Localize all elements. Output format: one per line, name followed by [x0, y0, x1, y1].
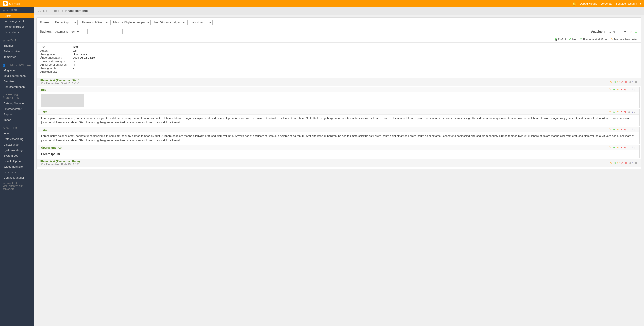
nur-gaesten-select[interactable]: Nur Gästen anzeigen	[152, 20, 186, 25]
add-text2-icon[interactable]: ⊕	[612, 128, 616, 131]
cut-bild-icon[interactable]: ✂	[616, 88, 619, 91]
elementset-end-sub: ### Elementset: Ende ID: 8 ###	[40, 163, 80, 166]
info-headline-icon[interactable]: ℹ	[631, 146, 633, 149]
edit-elementset-start-icon[interactable]: ✎	[609, 80, 613, 84]
sidebar-item-dateiverwaltung[interactable]: Dateiverwaltung	[0, 136, 34, 142]
info-elementset-start-icon[interactable]: ℹ	[632, 80, 634, 84]
sidebar-item-contao-manager[interactable]: Contao Manager	[0, 175, 34, 180]
sidebar-item-logo[interactable]: logo	[0, 131, 34, 136]
delete-elementset-end-icon[interactable]: ✕	[621, 161, 624, 165]
hide-elementset-end-icon[interactable]: ⊘	[628, 161, 631, 165]
cut-headline-icon[interactable]: ✂	[616, 146, 619, 149]
elementtyp-select[interactable]: Elementtyp	[53, 20, 78, 25]
sidebar-item-system-log[interactable]: System-Log	[0, 153, 34, 158]
add-elementset-start-icon[interactable]: ⊕	[613, 80, 616, 84]
search-input[interactable]	[87, 29, 123, 34]
edit-elementset-end-icon[interactable]: ✎	[609, 161, 613, 165]
move-text1-icon[interactable]: ⇄	[634, 110, 637, 114]
sidebar-item-double-opt-in[interactable]: Double Opt-In	[0, 158, 34, 164]
move-elementset-start-icon[interactable]: ⇄	[634, 80, 638, 84]
hide-headline-icon[interactable]: ⊘	[627, 146, 631, 149]
sidebar-item-mitglieder[interactable]: Mitglieder	[0, 68, 34, 73]
info-bild-icon[interactable]: ℹ	[631, 88, 633, 91]
cut-elementset-end-icon[interactable]: ✂	[617, 161, 620, 165]
edit-bild-icon[interactable]: ✎	[609, 88, 612, 91]
info-text2-icon[interactable]: ℹ	[631, 128, 633, 131]
copy-elementset-end-icon[interactable]: ⊗	[624, 161, 628, 165]
sidebar-item-benutzergruppen[interactable]: Benutzergruppen	[0, 84, 34, 90]
sidebar-item-mitgliedergruppen[interactable]: Mitgliedergruppen	[0, 73, 34, 79]
sidebar-item-import[interactable]: Import	[0, 117, 34, 123]
edit-text1-icon[interactable]: ✎	[609, 110, 612, 114]
info-elementset-end-icon[interactable]: ℹ	[632, 161, 634, 165]
copy-text1-icon[interactable]: ⊗	[624, 110, 627, 114]
debug-mode-link[interactable]: Debug-Modus	[580, 2, 597, 5]
hide-text2-icon[interactable]: ⊘	[627, 128, 631, 131]
copy-headline-icon[interactable]: ⊗	[624, 146, 627, 149]
cut-text2-icon[interactable]: ✂	[616, 128, 619, 131]
hide-bild-icon[interactable]: ⊘	[627, 88, 631, 91]
hide-elementset-start-icon[interactable]: ⊘	[628, 80, 631, 84]
move-text2-icon[interactable]: ⇄	[634, 128, 637, 131]
edit-headline-icon[interactable]: ✎	[609, 146, 612, 149]
sidebar-item-wiederherstellen[interactable]: Wiederherstellen	[0, 164, 34, 169]
aenderungsdatum-label: Änderungsdatum:	[40, 56, 73, 59]
breadcrumb-part1[interactable]: Artikel	[38, 9, 47, 13]
new-button[interactable]: ⊕ Neu	[569, 38, 577, 41]
csv-icon[interactable]: ⊞	[634, 29, 638, 34]
add-text1-icon[interactable]: ⊕	[612, 110, 616, 114]
breadcrumb-sep2: ›	[62, 9, 63, 13]
sidebar-item-filtergenerator[interactable]: Filtergenerator	[0, 106, 34, 112]
move-elementset-end-icon[interactable]: ⇄	[634, 161, 638, 165]
user-menu[interactable]: Benutzer sysadmin ▾	[616, 2, 641, 5]
preview-link[interactable]: Vorschau	[601, 2, 612, 5]
sidebar-item-benutzer[interactable]: Benutzer	[0, 79, 34, 84]
erlaubte-mitgliedergruppen-select[interactable]: Erlaubte Mitgliedergruppen	[110, 20, 151, 25]
delete-bild-icon[interactable]: ✕	[620, 88, 623, 91]
unsichtbar-select[interactable]: Unsichtbar	[187, 20, 213, 25]
search-field-select[interactable]: Alternativer Text	[53, 29, 80, 34]
mehrere-bearbeiten-button[interactable]: ✎ Mehrere bearbeiten	[611, 38, 638, 41]
back-button[interactable]: ◀ Zurück	[555, 38, 567, 41]
delete-elementset-start-icon[interactable]: ✕	[621, 80, 624, 84]
delete-text2-icon[interactable]: ✕	[620, 128, 623, 131]
delete-text1-icon[interactable]: ✕	[620, 110, 623, 114]
notification-bell-icon[interactable]: 🔔	[572, 2, 576, 6]
sidebar-item-frontend-builder[interactable]: Frontend Builder	[0, 24, 34, 29]
article-teasertext-row: Teasertext anzeigen: nein	[40, 59, 97, 63]
anzeigen-select[interactable]: 1 - 6	[607, 29, 627, 34]
elementset-einfuegen-button[interactable]: ⊕ Elementset einfügen	[580, 38, 608, 41]
cut-text1-icon[interactable]: ✂	[616, 110, 619, 114]
move-headline-icon[interactable]: ⇄	[634, 146, 637, 149]
copy-elementset-start-icon[interactable]: ⊗	[624, 80, 628, 84]
move-bild-icon[interactable]: ⇄	[634, 88, 637, 91]
sidebar-item-seitenstruktur[interactable]: Seitenstruktur	[0, 49, 34, 54]
add-bild-icon[interactable]: ⊕	[612, 88, 616, 91]
sidebar-item-catalog-manager[interactable]: Catalog Manager	[0, 101, 34, 106]
info-text1-icon[interactable]: ℹ	[631, 110, 633, 114]
article-info: Titel: Test Autor: test Anzeigen in: Hau…	[37, 43, 641, 76]
copy-text2-icon[interactable]: ⊗	[624, 128, 627, 131]
breadcrumb-part2[interactable]: Test	[54, 9, 59, 13]
add-headline-icon[interactable]: ⊕	[612, 146, 616, 149]
sidebar-item-themes[interactable]: Themes	[0, 43, 34, 49]
sidebar-item-artikel[interactable]: Artikel	[0, 13, 34, 18]
sidebar-item-templates[interactable]: Templates	[0, 54, 34, 60]
sidebar-item-formulargenerator[interactable]: Formulargenerator	[0, 18, 34, 24]
sidebar-item-einstellungen[interactable]: Einstellungen	[0, 142, 34, 147]
element-schuetzen-select[interactable]: Element schützen	[79, 20, 109, 25]
reset-search-icon[interactable]: ✕	[629, 29, 633, 34]
copy-bild-icon[interactable]: ⊗	[624, 88, 627, 91]
text2-element-body: Lorem ipsum dolor sit amet, consetetur s…	[38, 132, 639, 144]
sidebar-item-elementsets[interactable]: Elementsets	[0, 29, 34, 35]
sidebar-item-systemwartung[interactable]: Systemwartung	[0, 147, 34, 153]
hide-text1-icon[interactable]: ⊘	[627, 110, 631, 114]
search-row: Suchen: Alternativer Text = Anzeigen: 1 …	[37, 27, 641, 36]
cut-elementset-start-icon[interactable]: ✂	[617, 80, 620, 84]
breadcrumb-part3: Inhaltselemente	[65, 9, 88, 13]
edit-text2-icon[interactable]: ✎	[609, 128, 612, 131]
delete-headline-icon[interactable]: ✕	[620, 146, 623, 149]
sidebar-item-support[interactable]: Support	[0, 112, 34, 117]
sidebar-item-scheduler[interactable]: Scheduler	[0, 169, 34, 175]
add-elementset-end-icon[interactable]: ⊕	[613, 161, 616, 165]
